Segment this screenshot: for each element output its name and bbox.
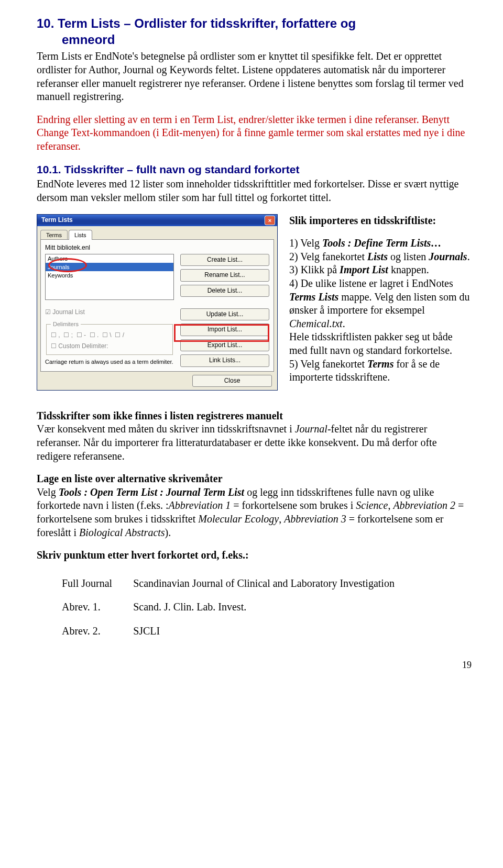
heading-line2: emneord [62, 32, 472, 48]
import-list-button[interactable]: Import List... [180, 324, 269, 336]
link-lists-button[interactable]: Link Lists... [180, 354, 269, 366]
alternative-spellings-paragraph: Lage en liste over alternative skrivemåt… [37, 472, 472, 539]
warning-paragraph: Endring eller sletting av en term i en T… [37, 113, 472, 153]
delete-list-button[interactable]: Delete List... [180, 285, 269, 297]
dialog-titlebar: Term Lists × [37, 214, 278, 226]
table-cell: Abrev. 1. [62, 595, 133, 619]
section-heading: 10. Term Lists – Ordlister for tidsskrif… [37, 16, 472, 48]
subsection-heading: 10.1. Tidsskrifter – fullt navn og stand… [37, 163, 472, 177]
table-cell: Scand. J. Clin. Lab. Invest. [133, 595, 415, 619]
subsection-intro: EndNote leveres med 12 lister som inneho… [37, 177, 472, 204]
period-instruction: Skriv punktum etter hvert forkortet ord,… [37, 549, 472, 562]
table-cell: Abrev. 2. [62, 619, 133, 643]
update-list-button[interactable]: Update List... [180, 308, 269, 320]
rename-list-button[interactable]: Rename List... [180, 269, 269, 281]
create-list-button[interactable]: Create List... [180, 254, 269, 266]
instructions-column: Slik importeres en tidsskriftliste: 1) V… [289, 214, 472, 384]
journal-list-checkbox[interactable]: ☑ Journal List [45, 308, 174, 316]
table-cell: SJCLI [133, 619, 415, 643]
intro-paragraph: Term Lists er EndNote's betegnelse på or… [37, 50, 472, 103]
library-name: Mitt bibliotek.enl [45, 244, 269, 252]
page-number: 19 [37, 659, 472, 671]
table-cell: Scandinavian Journal of Clinical and Lab… [133, 572, 415, 596]
manual-registration-paragraph: Tidsskrifter som ikke finnes i listen re… [37, 409, 472, 463]
tab-terms[interactable]: Terms [40, 230, 68, 240]
delimiters-fieldset: Delimiters ☐ , ☐ ; ☐ - ☐ . ☐ \ ☐ / ☐ Cus… [46, 320, 173, 355]
export-list-button[interactable]: Export List... [180, 339, 269, 351]
abbreviation-table: Full Journal Scandinavian Journal of Cli… [62, 572, 415, 643]
list-item-keywords[interactable]: Keywords [46, 271, 173, 280]
heading-line1: 10. Term Lists – Ordlister for tidsskrif… [37, 16, 356, 30]
close-icon[interactable]: × [265, 216, 275, 225]
delimiter-checkboxes[interactable]: ☐ , ☐ ; ☐ - ☐ . ☐ \ ☐ / [51, 331, 168, 339]
table-cell: Full Journal [62, 572, 133, 596]
instructions-heading: Slik importeres en tidsskriftliste: [289, 214, 472, 228]
term-lists-listbox[interactable]: Authors Journals Keywords [45, 254, 174, 300]
carriage-return-note: Carriage return is always used as a term… [45, 358, 174, 365]
dialog-close-button[interactable]: Close [192, 375, 272, 387]
list-item-journals[interactable]: Journals [46, 263, 173, 271]
tab-lists[interactable]: Lists [69, 230, 92, 240]
dialog-figure: Term Lists × Terms Lists Mitt bibliotek.… [37, 214, 278, 391]
dialog-title: Term Lists [41, 216, 73, 224]
list-item-authors[interactable]: Authors [46, 254, 173, 263]
